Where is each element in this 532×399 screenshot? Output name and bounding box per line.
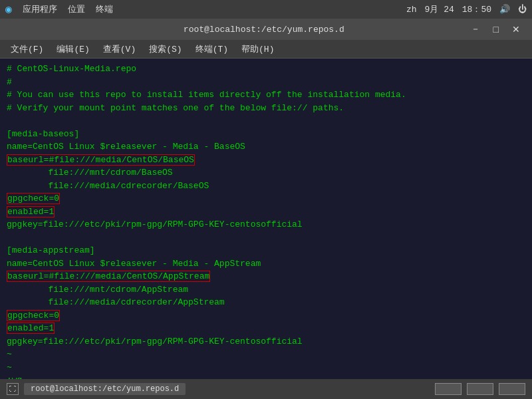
- terminal-path-label: root@localhost:/etc/yum.repos.d: [24, 383, 186, 395]
- line-8: baseurl=#file:///media/CentOS/BaseOS: [7, 154, 525, 167]
- menu-file[interactable]: 文件(F): [5, 41, 49, 57]
- time-display: 18：50: [462, 3, 491, 15]
- menu-bar: 文件(F) 编辑(E) 查看(V) 搜索(S) 终端(T) 帮助(H): [0, 40, 532, 59]
- line-1: # CentOS-Linux-Media.repo: [7, 63, 525, 76]
- status-box-3: [499, 383, 525, 395]
- status-left: ⛶ root@localhost:/etc/yum.repos.d: [7, 383, 186, 395]
- line-21: enabled=1: [7, 322, 525, 335]
- line-6: [media-baseos]: [7, 128, 525, 141]
- status-bar: ⛶ root@localhost:/etc/yum.repos.d: [0, 379, 532, 399]
- line-2: #: [7, 76, 525, 89]
- system-bar-right: zh 9月 24 18：50 🔊 ⏻: [406, 3, 527, 15]
- date-display: 9月 24: [425, 3, 454, 15]
- line-22: gpgkey=file:///etc/pki/rpm-gpg/RPM-GPG-K…: [7, 335, 525, 348]
- app-icon: ◉: [5, 3, 12, 16]
- menu-help[interactable]: 帮助(H): [236, 41, 279, 57]
- expand-icon[interactable]: ⛶: [7, 383, 19, 395]
- menu-terminal[interactable]: 终端(T): [190, 41, 233, 57]
- line-19: file:///media/cdrecorder/AppStream: [7, 296, 525, 309]
- line-13: gpgkey=file:///etc/pki/rpm-gpg/RPM-GPG-K…: [7, 218, 525, 231]
- terminal-content[interactable]: # CentOS-Linux-Media.repo # # You can us…: [0, 59, 532, 379]
- status-right: [435, 383, 525, 395]
- line-20: gpgcheck=0: [7, 309, 525, 323]
- menu-terminal[interactable]: 终端: [96, 3, 113, 15]
- line-14: [7, 231, 525, 245]
- line-23: ~: [7, 348, 525, 361]
- menu-apps[interactable]: 应用程序: [23, 3, 57, 15]
- window-controls: － □ ✕: [467, 22, 524, 37]
- line-12: enabled=1: [7, 205, 525, 219]
- menu-search[interactable]: 搜索(S): [144, 41, 187, 57]
- volume-icon[interactable]: 🔊: [499, 4, 510, 15]
- line-5: [7, 114, 525, 128]
- maximize-button[interactable]: □: [489, 22, 503, 37]
- system-bar-left: ◉ 应用程序 位置 终端: [5, 3, 113, 16]
- line-17: baseurl=#file:///media/CentOS/AppStream: [7, 270, 525, 283]
- menu-edit[interactable]: 编辑(E): [51, 41, 94, 57]
- status-box-2: [467, 383, 493, 395]
- status-box-1: [435, 383, 462, 395]
- line-25: :wq: [7, 374, 525, 379]
- line-16: name=CentOS Linux $releasever - Media - …: [7, 257, 525, 271]
- window-title: root@localhost:/etc/yum.repos.d: [61, 25, 467, 35]
- line-15: [media-appstream]: [7, 244, 525, 257]
- system-bar: ◉ 应用程序 位置 终端 zh 9月 24 18：50 🔊 ⏻: [0, 0, 532, 19]
- line-9: file:///mnt/cdrom/BaseOS: [7, 166, 525, 180]
- close-button[interactable]: ✕: [508, 22, 524, 37]
- line-4: # Verify your mount point matches one of…: [7, 102, 525, 115]
- menu-view[interactable]: 查看(V): [98, 41, 141, 57]
- power-icon[interactable]: ⏻: [518, 5, 527, 15]
- line-18: file:///mnt/cdrom/AppStream: [7, 283, 525, 297]
- title-bar: root@localhost:/etc/yum.repos.d － □ ✕: [0, 19, 532, 40]
- line-24: ~: [7, 361, 525, 374]
- line-3: # You can use this repo to install items…: [7, 88, 525, 102]
- menu-places[interactable]: 位置: [68, 3, 85, 15]
- minimize-button[interactable]: －: [467, 22, 484, 37]
- lang-indicator: zh: [406, 5, 417, 15]
- line-11: gpgcheck=0: [7, 192, 525, 205]
- line-7: name=CentOS Linux $releasever - Media - …: [7, 140, 525, 154]
- line-10: file:///media/cdrecorder/BaseOS: [7, 180, 525, 193]
